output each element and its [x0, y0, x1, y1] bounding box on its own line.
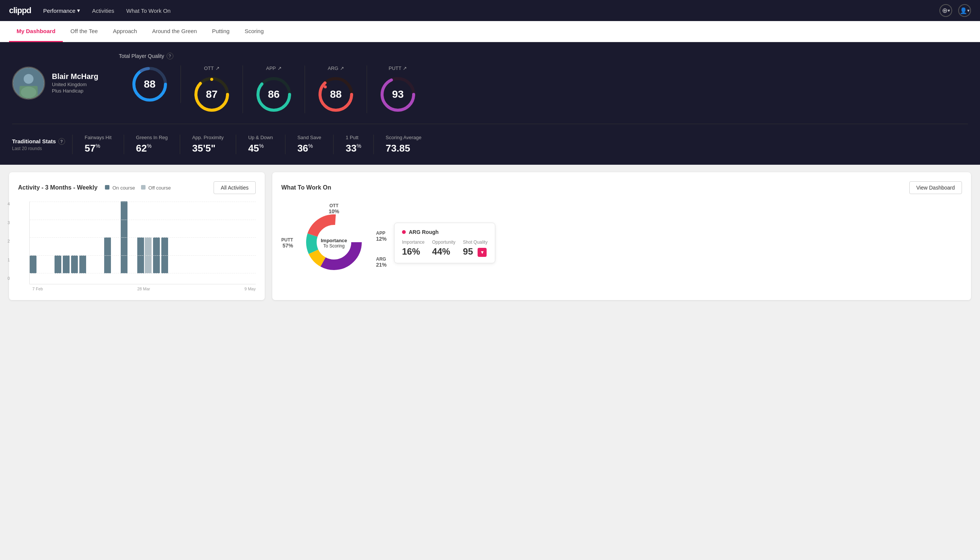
all-activities-button[interactable]: All Activities	[214, 181, 256, 194]
putt-label: PUTT 57%	[281, 237, 293, 248]
tab-my-dashboard[interactable]: My Dashboard	[9, 21, 63, 42]
avatar	[12, 67, 45, 100]
bar-chart	[29, 202, 256, 284]
stat-fairways-hit: Fairways Hit 57%	[72, 135, 124, 154]
svg-point-14	[324, 85, 327, 88]
info-card-metrics: Importance 16% Opportunity 44% Shot Qual…	[402, 240, 488, 257]
gauge-total: 88	[131, 65, 168, 103]
gauge-arg: 88	[317, 76, 354, 113]
player-info: Blair McHarg United Kingdom Plus Handica…	[12, 67, 110, 100]
svg-rect-3	[20, 86, 38, 98]
on-course-dot	[105, 185, 110, 190]
player-details: Blair McHarg United Kingdom Plus Handica…	[52, 72, 98, 93]
off-course-bar	[145, 237, 151, 273]
bar-group	[79, 255, 86, 273]
on-course-bar	[153, 237, 160, 273]
score-putt: PUTT ↗ 93	[367, 65, 429, 113]
on-course-bar	[71, 255, 78, 273]
on-course-bar	[121, 201, 128, 273]
scores-section: Total Player Quality ? 88	[119, 53, 968, 113]
arg-rough-dot	[402, 230, 406, 234]
bar-group	[137, 237, 151, 273]
arg-rough-info-card: ARG Rough Importance 16% Opportunity 44%…	[394, 223, 495, 263]
player-name: Blair McHarg	[52, 72, 98, 81]
bar-chart-wrapper: 4 3 2 1 0 7 Feb 28 Mar 9 May	[18, 202, 256, 291]
bar-group	[55, 255, 61, 273]
donut-chart-container: PUTT 57% OTT 10% APP 12% ARG 21%	[281, 202, 387, 284]
activity-card: Activity - 3 Months - Weekly On course O…	[9, 172, 265, 300]
nav-performance[interactable]: Performance ▾	[43, 7, 80, 14]
tab-putting[interactable]: Putting	[205, 21, 237, 42]
gauge-ott: 87	[193, 76, 231, 113]
score-total: 88	[119, 65, 181, 103]
on-course-bar	[55, 255, 61, 273]
activity-card-header: Activity - 3 Months - Weekly On course O…	[18, 181, 256, 194]
top-navigation: clippd Performance ▾ Activities What To …	[0, 0, 980, 21]
bar-group	[71, 255, 78, 273]
tab-approach[interactable]: Approach	[105, 21, 145, 42]
bar-group	[153, 237, 160, 273]
bar-group	[104, 237, 111, 273]
bar-group	[30, 255, 37, 273]
stats-help-icon[interactable]: ?	[58, 138, 65, 145]
score-arg: ARG ↗ 88	[305, 65, 367, 113]
stat-greens-in-reg: Greens In Reg 62%	[124, 135, 180, 154]
player-handicap: Plus Handicap	[52, 88, 98, 93]
logo-text: clippd	[9, 6, 31, 15]
cards-row: Activity - 3 Months - Weekly On course O…	[0, 165, 980, 308]
stat-app-proximity: App. Proximity 35'5"	[180, 135, 236, 154]
bar-group	[161, 237, 168, 273]
tab-scoring[interactable]: Scoring	[237, 21, 271, 42]
on-course-bar	[63, 255, 70, 273]
arg-rough-title: ARG Rough	[409, 229, 438, 235]
arg-label: ARG 21%	[376, 257, 387, 268]
logo[interactable]: clippd	[9, 6, 31, 15]
player-country: United Kingdom	[52, 82, 98, 87]
app-label: APP 12%	[376, 230, 387, 242]
shot-quality-badge: ▼	[478, 248, 487, 257]
gauge-app: 86	[255, 76, 293, 113]
donut-svg-wrapper: Importance To Scoring	[304, 212, 364, 274]
on-course-bar	[104, 237, 111, 273]
on-course-bar	[30, 255, 37, 273]
tab-bar: My Dashboard Off the Tee Approach Around…	[0, 21, 980, 42]
scores-row: 88 OTT ↗ 87	[119, 65, 968, 113]
donut-section: PUTT 57% OTT 10% APP 12% ARG 21%	[281, 202, 962, 284]
activity-card-title: Activity - 3 Months - Weekly	[18, 184, 97, 191]
opportunity-metric: Opportunity 44%	[432, 240, 456, 257]
work-on-card-header: What To Work On View Dashboard	[281, 181, 962, 194]
activity-legend: On course Off course	[105, 185, 171, 191]
shot-quality-metric: Shot Quality 95 ▼	[463, 240, 488, 257]
nav-activities[interactable]: Activities	[92, 8, 114, 14]
work-on-card-title: What To Work On	[281, 184, 331, 191]
stats-group-label: Traditional Stats ? Last 20 rounds	[12, 138, 72, 151]
x-axis-labels: 7 Feb 28 Mar 9 May	[29, 287, 256, 291]
stats-row: Traditional Stats ? Last 20 rounds Fairw…	[12, 135, 968, 154]
user-menu-button[interactable]: 👤 ▾	[958, 4, 971, 17]
svg-point-1	[24, 74, 33, 83]
stat-sand-save: Sand Save 36%	[285, 135, 334, 154]
gauge-putt: 93	[379, 76, 417, 113]
hero-section: Blair McHarg United Kingdom Plus Handica…	[0, 42, 980, 165]
bar-group	[121, 201, 128, 273]
tab-around-the-green[interactable]: Around the Green	[145, 21, 204, 42]
score-app: APP ↗ 86	[243, 65, 305, 113]
work-on-card: What To Work On View Dashboard PUTT 57% …	[272, 172, 971, 300]
view-dashboard-button[interactable]: View Dashboard	[909, 181, 962, 194]
nav-what-to-work-on[interactable]: What To Work On	[126, 8, 171, 14]
on-course-bar	[79, 255, 86, 273]
tab-off-the-tee[interactable]: Off the Tee	[63, 21, 105, 42]
off-course-dot	[141, 185, 146, 190]
stat-1-putt: 1 Putt 33%	[333, 135, 373, 154]
score-ott: OTT ↗ 87	[181, 65, 243, 113]
on-course-bar	[137, 237, 144, 273]
quality-help-icon[interactable]: ?	[166, 53, 173, 59]
bar-group	[63, 255, 70, 273]
quality-label: Total Player Quality ?	[119, 53, 968, 59]
nav-right-actions: ⊕ ▾ 👤 ▾	[939, 4, 971, 17]
on-course-bar	[161, 237, 168, 273]
y-axis-labels: 4 3 2 1 0	[8, 202, 10, 280]
add-button[interactable]: ⊕ ▾	[939, 4, 952, 17]
stat-scoring-average: Scoring Average 73.85	[373, 135, 434, 154]
svg-point-9	[210, 78, 213, 81]
